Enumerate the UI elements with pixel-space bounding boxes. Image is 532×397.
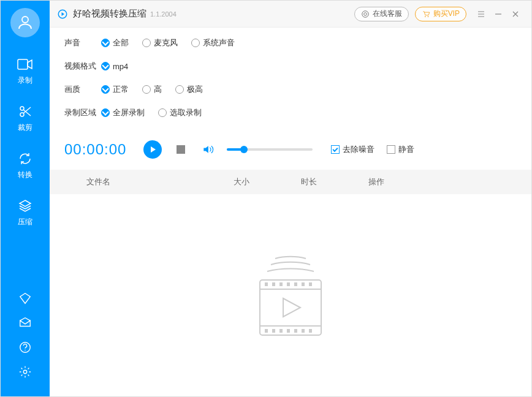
svg-rect-19 bbox=[294, 282, 297, 286]
volume-icon bbox=[202, 143, 214, 156]
svg-rect-26 bbox=[294, 329, 297, 333]
minimize-button[interactable] bbox=[490, 6, 507, 23]
sidebar-item-record[interactable]: 录制 bbox=[17, 56, 34, 86]
main: 好哈视频转换压缩 1.1.2004 在线客服 购买VIP 声音 全部 麦克风 系… bbox=[50, 1, 531, 396]
svg-rect-22 bbox=[265, 329, 268, 333]
th-size: 大小 bbox=[234, 176, 301, 187]
svg-rect-21 bbox=[309, 282, 312, 286]
svg-point-0 bbox=[22, 17, 28, 23]
label-area: 录制区域 bbox=[64, 107, 101, 118]
svg-point-6 bbox=[23, 370, 27, 374]
sidebar-item-label: 录制 bbox=[18, 75, 32, 86]
menu-button[interactable] bbox=[473, 6, 490, 23]
empty-state bbox=[50, 194, 531, 396]
radio-quality-high[interactable]: 高 bbox=[142, 84, 162, 95]
sidebar-item-label: 裁剪 bbox=[18, 123, 32, 133]
label-sound: 声音 bbox=[64, 37, 101, 48]
radio-format-mp4[interactable]: mp4 bbox=[101, 62, 128, 71]
svg-rect-1 bbox=[18, 59, 28, 69]
vip-label: 购买VIP bbox=[433, 9, 460, 19]
empty-illustration-icon bbox=[248, 249, 333, 341]
app-version: 1.1.2004 bbox=[150, 10, 177, 18]
cart-icon bbox=[422, 10, 430, 18]
svg-rect-23 bbox=[272, 329, 275, 333]
label-format: 视频格式 bbox=[64, 61, 101, 72]
sidebar-bottom bbox=[18, 286, 32, 396]
radio-quality-normal[interactable]: 正常 bbox=[101, 84, 129, 95]
app-root: 录制 裁剪 转换 压缩 好哈视频转换压缩 1.1.2004 bbox=[1, 1, 531, 396]
svg-rect-17 bbox=[279, 282, 283, 286]
sidebar-item-label: 转换 bbox=[18, 170, 32, 180]
support-label: 在线客服 bbox=[373, 9, 402, 19]
svg-rect-18 bbox=[287, 282, 290, 286]
table-header: 文件名 大小 时长 操作 bbox=[50, 170, 531, 194]
timer-display: 00:00:00 bbox=[64, 141, 126, 158]
titlebar: 好哈视频转换压缩 1.1.2004 在线客服 购买VIP bbox=[50, 1, 531, 28]
svg-rect-24 bbox=[279, 329, 283, 333]
avatar[interactable] bbox=[10, 8, 40, 37]
help-icon[interactable] bbox=[18, 340, 32, 355]
svg-rect-28 bbox=[309, 329, 312, 333]
svg-point-10 bbox=[425, 16, 426, 17]
support-button[interactable]: 在线客服 bbox=[354, 7, 409, 21]
sidebar-item-crop[interactable]: 裁剪 bbox=[17, 103, 34, 133]
th-action: 操作 bbox=[368, 176, 531, 187]
svg-rect-27 bbox=[302, 329, 305, 333]
headset-icon bbox=[361, 10, 370, 18]
sidebar: 录制 裁剪 转换 压缩 bbox=[1, 1, 50, 396]
radio-area-fullscreen[interactable]: 全屏录制 bbox=[101, 107, 145, 118]
convert-icon bbox=[17, 150, 34, 167]
svg-point-9 bbox=[363, 12, 367, 15]
svg-point-5 bbox=[25, 350, 25, 350]
compress-icon bbox=[17, 197, 34, 214]
vip-button[interactable]: 购买VIP bbox=[415, 7, 466, 21]
volume-slider[interactable] bbox=[227, 148, 313, 151]
crop-icon bbox=[17, 103, 34, 120]
radio-sound-mic[interactable]: 麦克风 bbox=[142, 37, 178, 48]
radio-quality-ultra[interactable]: 极高 bbox=[175, 84, 203, 95]
svg-point-11 bbox=[427, 16, 428, 17]
sidebar-item-compress[interactable]: 压缩 bbox=[17, 197, 34, 227]
controls-bar: 00:00:00 去除噪音 静音 bbox=[50, 137, 531, 170]
close-button[interactable] bbox=[507, 6, 524, 23]
th-duration: 时长 bbox=[301, 176, 368, 187]
radio-sound-all[interactable]: 全部 bbox=[101, 37, 129, 48]
radio-area-select[interactable]: 选取录制 bbox=[158, 107, 202, 118]
app-title: 好哈视频转换压缩 bbox=[73, 8, 146, 20]
settings-icon[interactable] bbox=[18, 365, 32, 379]
play-button[interactable] bbox=[143, 140, 162, 159]
svg-rect-16 bbox=[272, 282, 275, 286]
row-format: 视频格式 mp4 bbox=[64, 61, 517, 72]
diamond-icon[interactable] bbox=[18, 291, 32, 306]
app-logo-icon bbox=[57, 9, 68, 20]
svg-rect-20 bbox=[302, 282, 305, 286]
stop-icon bbox=[177, 145, 185, 154]
feedback-icon[interactable] bbox=[18, 316, 32, 330]
options-panel: 声音 全部 麦克风 系统声音 视频格式 mp4 画质 正常 高 极高 录制区域 … bbox=[50, 28, 531, 137]
record-icon bbox=[17, 56, 34, 73]
svg-rect-12 bbox=[260, 280, 321, 335]
sidebar-item-label: 压缩 bbox=[18, 217, 32, 227]
checkbox-denoise[interactable]: 去除噪音 bbox=[331, 144, 374, 155]
sidebar-item-convert[interactable]: 转换 bbox=[17, 150, 34, 180]
label-quality: 画质 bbox=[64, 84, 101, 95]
stop-button[interactable] bbox=[173, 142, 189, 157]
svg-rect-25 bbox=[287, 329, 290, 333]
user-icon bbox=[16, 13, 34, 32]
svg-rect-15 bbox=[265, 282, 268, 286]
th-filename: 文件名 bbox=[50, 176, 234, 187]
row-sound: 声音 全部 麦克风 系统声音 bbox=[64, 37, 517, 48]
checkbox-mute[interactable]: 静音 bbox=[387, 144, 414, 155]
row-area: 录制区域 全屏录制 选取录制 bbox=[64, 107, 517, 118]
volume-button[interactable] bbox=[200, 142, 216, 157]
row-quality: 画质 正常 高 极高 bbox=[64, 84, 517, 95]
svg-point-8 bbox=[362, 10, 368, 17]
radio-sound-system[interactable]: 系统声音 bbox=[191, 37, 235, 48]
